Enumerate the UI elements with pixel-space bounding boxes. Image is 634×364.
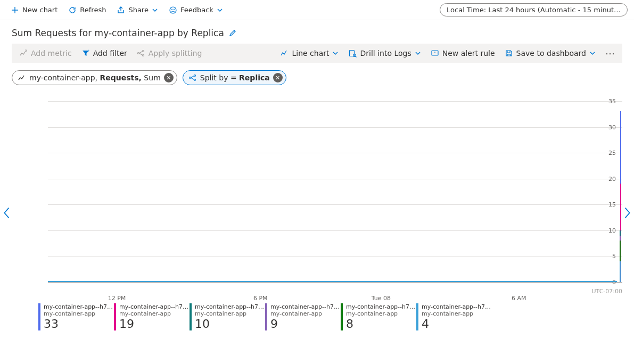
legend-value: 8 bbox=[346, 317, 416, 330]
legend-resource-name: my-container-app bbox=[346, 310, 416, 317]
share-label: Share bbox=[128, 6, 149, 14]
add-metric-label: Add metric bbox=[31, 49, 72, 57]
legend-resource-name: my-container-app bbox=[119, 310, 190, 317]
series-spike bbox=[620, 261, 621, 282]
chart-type-button[interactable]: Line chart bbox=[276, 46, 343, 61]
svg-point-6 bbox=[142, 55, 144, 56]
legend-series-name: my-container-app--h7… bbox=[44, 303, 114, 310]
svg-rect-7 bbox=[350, 51, 355, 56]
x-tick-label: 6 PM bbox=[253, 295, 268, 302]
chart-area: 05101520253035 12 PM6 PMTue 086 AM UTC-0… bbox=[27, 101, 622, 298]
legend-item[interactable]: my-container-app--h7…my-container-app19 bbox=[114, 303, 190, 330]
svg-point-2 bbox=[174, 9, 174, 10]
svg-text:+: + bbox=[87, 49, 90, 53]
new-alert-button[interactable]: New alert rule bbox=[426, 46, 499, 61]
chart-title-row: Sum Requests for my-container-app by Rep… bbox=[0, 20, 634, 44]
split-icon bbox=[137, 49, 145, 57]
smiley-icon bbox=[169, 6, 177, 14]
legend-series-name: my-container-app--h7… bbox=[119, 303, 190, 310]
chevron-down-icon bbox=[415, 50, 421, 56]
more-button[interactable]: ⋯ bbox=[601, 48, 619, 59]
logs-icon bbox=[348, 49, 357, 57]
refresh-icon bbox=[68, 6, 77, 14]
time-range-picker[interactable]: Local Time: Last 24 hours (Automatic - 1… bbox=[440, 3, 628, 16]
chart-title: Sum Requests for my-container-app by Rep… bbox=[12, 28, 224, 38]
add-metric-button[interactable]: Add metric bbox=[15, 46, 76, 61]
legend-series-name: my-container-app--h7… bbox=[346, 303, 416, 310]
svg-point-12 bbox=[194, 79, 195, 81]
pills-row: my-container-app, Requests, Sum ✕ Split … bbox=[0, 63, 634, 85]
feedback-label: Feedback bbox=[180, 6, 213, 14]
drill-logs-button[interactable]: Drill into Logs bbox=[344, 46, 425, 61]
metric-pill-text: my-container-app, Requests, Sum bbox=[29, 73, 161, 82]
share-icon bbox=[117, 6, 125, 14]
line-chart-icon bbox=[280, 49, 289, 57]
chevron-down-icon bbox=[589, 50, 596, 56]
split-icon bbox=[188, 73, 197, 82]
x-tick-label: Tue 08 bbox=[372, 295, 391, 302]
new-chart-label: New chart bbox=[22, 6, 57, 14]
legend-value: 9 bbox=[270, 317, 341, 330]
legend-value: 33 bbox=[44, 317, 114, 330]
chevron-down-icon bbox=[332, 50, 339, 56]
metric-icon bbox=[19, 49, 28, 57]
apply-splitting-button[interactable]: Apply splitting bbox=[133, 46, 207, 61]
page-toolbar: New chart Refresh Share Feedback Local T… bbox=[0, 0, 634, 20]
svg-point-10 bbox=[189, 77, 191, 79]
chart-toolbar: Add metric + Add filter Apply splitting … bbox=[12, 44, 622, 63]
timezone-label: UTC-07:00 bbox=[592, 288, 622, 295]
legend-series-name: my-container-app--h7… bbox=[270, 303, 341, 310]
drill-logs-label: Drill into Logs bbox=[360, 49, 411, 57]
refresh-button[interactable]: Refresh bbox=[64, 4, 110, 16]
metric-icon bbox=[18, 73, 26, 82]
split-pill-text: Split by = Replica bbox=[200, 73, 270, 82]
plus-icon bbox=[11, 6, 19, 14]
legend-item[interactable]: my-container-app--h7…my-container-app4 bbox=[416, 303, 492, 330]
legend-item[interactable]: my-container-app--h7…my-container-app8 bbox=[341, 303, 416, 330]
legend-value: 10 bbox=[195, 317, 265, 330]
apply-splitting-label: Apply splitting bbox=[149, 49, 202, 57]
add-filter-label: Add filter bbox=[93, 49, 127, 57]
svg-point-11 bbox=[194, 75, 195, 77]
legend-value: 4 bbox=[422, 317, 492, 330]
legend-series-name: my-container-app--h7… bbox=[422, 303, 492, 310]
save-dashboard-button[interactable]: Save to dashboard bbox=[500, 46, 600, 61]
add-filter-button[interactable]: + Add filter bbox=[77, 46, 131, 61]
feedback-button[interactable]: Feedback bbox=[164, 4, 227, 16]
legend-value: 19 bbox=[119, 317, 190, 330]
legend-resource-name: my-container-app bbox=[270, 310, 341, 317]
legend-resource-name: my-container-app bbox=[422, 310, 492, 317]
save-dashboard-label: Save to dashboard bbox=[516, 49, 586, 57]
chart-legend: my-container-app--h7…my-container-app33m… bbox=[38, 303, 622, 330]
svg-point-1 bbox=[171, 9, 172, 10]
filter-icon: + bbox=[81, 49, 90, 57]
prev-chart-button[interactable] bbox=[0, 202, 15, 226]
split-pill[interactable]: Split by = Replica ✕ bbox=[183, 70, 286, 85]
svg-point-4 bbox=[137, 53, 139, 54]
legend-item[interactable]: my-container-app--h7…my-container-app10 bbox=[190, 303, 265, 330]
share-button[interactable]: Share bbox=[112, 4, 162, 16]
remove-metric-icon[interactable]: ✕ bbox=[164, 73, 174, 82]
svg-point-5 bbox=[142, 51, 144, 52]
chevron-down-icon bbox=[217, 7, 223, 13]
edit-icon[interactable] bbox=[228, 29, 237, 37]
x-tick-label: 6 AM bbox=[512, 295, 526, 302]
alert-icon bbox=[431, 49, 439, 57]
refresh-label: Refresh bbox=[80, 6, 106, 14]
legend-series-name: my-container-app--h7… bbox=[195, 303, 265, 310]
gridline bbox=[48, 282, 622, 283]
new-chart-button[interactable]: New chart bbox=[6, 4, 62, 16]
new-alert-label: New alert rule bbox=[442, 49, 495, 57]
legend-item[interactable]: my-container-app--h7…my-container-app9 bbox=[265, 303, 341, 330]
metric-pill[interactable]: my-container-app, Requests, Sum ✕ bbox=[12, 70, 177, 85]
legend-resource-name: my-container-app bbox=[195, 310, 265, 317]
legend-item[interactable]: my-container-app--h7…my-container-app33 bbox=[38, 303, 114, 330]
chevron-down-icon bbox=[152, 7, 158, 13]
chart-plot[interactable] bbox=[48, 101, 622, 282]
save-icon bbox=[505, 49, 513, 57]
legend-resource-name: my-container-app bbox=[44, 310, 114, 317]
remove-split-icon[interactable]: ✕ bbox=[273, 73, 283, 82]
x-tick-label: 12 PM bbox=[108, 295, 126, 302]
chart-type-label: Line chart bbox=[292, 49, 329, 57]
svg-point-0 bbox=[170, 7, 176, 13]
